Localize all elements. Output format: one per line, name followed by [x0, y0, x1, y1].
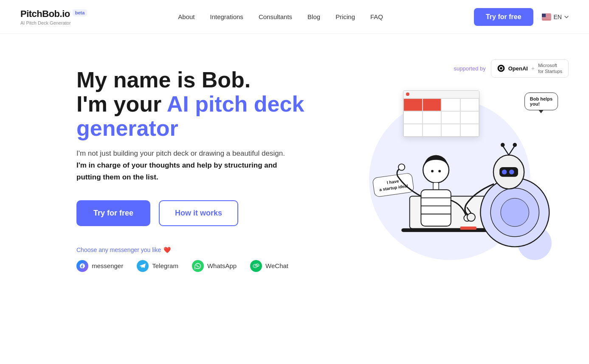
hero-description: I'm not just building your pitch deck or… [76, 148, 289, 183]
plus-separator: + [531, 65, 535, 72]
nav-subtitle: AI Pitch Deck Generator [20, 20, 87, 25]
supported-badge: OpenAI + Microsoft for Startups [491, 59, 569, 78]
svg-rect-22 [421, 190, 451, 226]
messenger-fb-label: messenger [92, 262, 123, 269]
hero-right: supported by OpenAI + Microsoft for Star… [348, 59, 569, 273]
svg-rect-7 [542, 14, 546, 17]
messenger-row: messenger Telegram WhatsApp WeChat [76, 260, 306, 272]
beta-badge: beta [73, 9, 87, 16]
svg-point-26 [398, 164, 405, 170]
whatsapp-label: WhatsApp [207, 262, 237, 269]
close-dot [406, 92, 409, 96]
svg-line-35 [503, 146, 509, 155]
openai-icon [497, 64, 505, 72]
svg-point-8 [253, 264, 257, 268]
hero-title: My name is Bob. I'm your AI pitch deck g… [76, 68, 306, 141]
flag-icon [542, 14, 551, 20]
messenger-label-text: Choose any messenger you like [76, 246, 161, 253]
nav-pricing[interactable]: Pricing [335, 13, 355, 20]
bob-bubble-text: Bob helpsyou! [530, 96, 552, 106]
hero-title-line2-plain: I'm your [76, 92, 167, 116]
heart-icon: ❤️ [163, 246, 171, 253]
supported-by: supported by OpenAI + Microsoft for Star… [348, 59, 569, 78]
nav-about[interactable]: About [178, 13, 194, 20]
nav-blog[interactable]: Blog [307, 13, 320, 20]
person-figure [397, 155, 495, 232]
messenger-facebook[interactable]: messenger [76, 260, 123, 272]
logo-text: PitchBob.io [20, 8, 70, 20]
svg-point-30 [501, 198, 529, 227]
openai-label: OpenAI [508, 65, 528, 72]
hero-desc-bold: I'm in charge of your thoughts and help … [76, 161, 277, 181]
messenger-whatsapp[interactable]: WhatsApp [192, 260, 237, 272]
hero-title-line1: My name is Bob. [76, 67, 251, 92]
svg-rect-5 [542, 18, 551, 18]
nav-try-free-button[interactable]: Try for free [474, 8, 533, 26]
messenger-label: Choose any messenger you like ❤️ [76, 246, 306, 253]
pitch-titlebar [403, 91, 479, 98]
svg-point-33 [502, 169, 507, 174]
language-selector[interactable]: EN [542, 14, 569, 20]
messenger-telegram[interactable]: Telegram [137, 260, 178, 272]
lang-label: EN [554, 14, 562, 20]
svg-point-36 [501, 143, 505, 147]
how-it-works-button[interactable]: How it works [159, 200, 238, 226]
logo-row: PitchBob.io beta [20, 8, 87, 20]
svg-point-14 [498, 65, 504, 72]
telegram-label: Telegram [152, 262, 178, 269]
wechat-label: WeChat [265, 262, 288, 269]
svg-point-13 [257, 265, 258, 265]
messenger-wechat[interactable]: WeChat [250, 260, 288, 272]
svg-point-10 [254, 266, 255, 266]
svg-point-19 [431, 170, 434, 172]
telegram-icon [137, 260, 149, 272]
svg-point-20 [438, 170, 441, 172]
microsoft-text: Microsoft for Startups [538, 62, 562, 75]
hero-desc-plain: I'm not just building your pitch deck or… [76, 149, 285, 157]
svg-rect-4 [542, 17, 551, 17]
svg-rect-15 [402, 228, 495, 232]
nav-links: About Integrations Consultants Blog Pric… [178, 13, 383, 20]
illustration: Bob helpsyou! I have a startup idea! [348, 86, 560, 273]
supported-text: supported by [454, 65, 486, 72]
svg-point-39 [467, 213, 475, 221]
hero-try-free-button[interactable]: Try for free [76, 200, 150, 226]
svg-rect-6 [542, 19, 551, 20]
messenger-fb-icon [76, 260, 88, 272]
svg-line-37 [509, 146, 515, 155]
navigation: PitchBob.io beta AI Pitch Deck Generator… [0, 0, 589, 34]
whatsapp-icon [192, 260, 204, 272]
svg-point-11 [255, 266, 256, 266]
ms-line2: for Startups [538, 68, 562, 74]
nav-right: Try for free EN [474, 8, 569, 26]
hero-section: My name is Bob. I'm your AI pitch deck g… [0, 34, 589, 339]
nav-consultants[interactable]: Consultants [259, 13, 292, 20]
wechat-icon [250, 260, 262, 272]
nav-integrations[interactable]: Integrations [210, 13, 243, 20]
ms-line1: Microsoft [538, 62, 562, 68]
hero-left: My name is Bob. I'm your AI pitch deck g… [76, 59, 306, 272]
svg-rect-17 [460, 227, 476, 230]
hero-illustration-svg [356, 107, 560, 277]
logo-wrap: PitchBob.io beta AI Pitch Deck Generator [20, 8, 87, 25]
hero-buttons: Try for free How it works [76, 200, 306, 226]
chevron-down-icon [564, 16, 569, 18]
svg-point-12 [256, 265, 257, 265]
nav-faq[interactable]: FAQ [370, 13, 383, 20]
svg-point-38 [513, 143, 517, 147]
svg-point-34 [509, 169, 514, 174]
